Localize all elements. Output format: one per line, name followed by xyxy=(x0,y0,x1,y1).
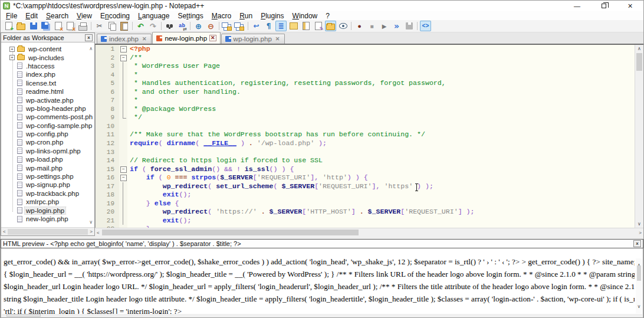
tab-close-icon[interactable]: ✕ xyxy=(209,35,216,41)
fold-marker[interactable] xyxy=(119,79,127,88)
menu-edit[interactable]: Edit xyxy=(21,12,42,20)
code-line[interactable]: 18 exit(); xyxy=(96,191,635,199)
tree-item-wp-config.php[interactable]: wp-config.php xyxy=(1,130,94,138)
document-switcher-icon[interactable] xyxy=(313,21,324,31)
tree-item-wp-content[interactable]: +wp-content xyxy=(1,45,94,53)
fold-marker[interactable] xyxy=(119,88,127,97)
code-line[interactable]: 13 xyxy=(96,148,635,157)
code-line[interactable]: 10 xyxy=(96,122,635,131)
fold-marker[interactable] xyxy=(119,113,127,122)
fold-marker[interactable] xyxy=(119,199,127,208)
print-icon[interactable] xyxy=(77,21,88,31)
minimize-button[interactable]: — xyxy=(564,1,590,11)
menu-encoding[interactable]: Encoding xyxy=(96,12,134,20)
close-button[interactable]: × xyxy=(617,1,643,11)
menu-search[interactable]: Search xyxy=(42,12,73,20)
code-line[interactable]: 19 } else { xyxy=(96,199,635,208)
code-line[interactable]: 6 * and other user handling. xyxy=(96,88,635,97)
fold-marker[interactable] xyxy=(119,105,127,114)
fold-marker[interactable] xyxy=(119,165,127,174)
tree-item-wp-load.php[interactable]: wp-load.php xyxy=(1,155,94,163)
menu-language[interactable]: Language xyxy=(134,12,173,20)
scroll-left-icon[interactable]: < xyxy=(97,230,100,235)
menu-settings[interactable]: Settings xyxy=(173,12,207,20)
menu-macro[interactable]: Macro xyxy=(208,12,235,20)
undo-icon[interactable] xyxy=(135,21,146,31)
panel-close-icon[interactable]: x xyxy=(85,34,93,41)
code-line[interactable]: 11/** Make sure that the WordPress boots… xyxy=(96,130,635,139)
scrollbar-thumb[interactable] xyxy=(636,53,642,71)
monitoring-icon[interactable] xyxy=(337,21,349,31)
tree-item-wp-blog-header.php[interactable]: wp-blog-header.php xyxy=(1,104,94,113)
code-line[interactable]: 16 if ( 0 === strpos($_SERVER['REQUEST_U… xyxy=(96,173,635,182)
tree-item-wp-comments-post.ph[interactable]: wp-comments-post.ph xyxy=(1,113,94,121)
fold-marker[interactable] xyxy=(119,45,127,54)
tree-item-wp-signup.php[interactable]: wp-signup.php xyxy=(1,181,94,189)
tab-new-login.php[interactable]: new-login.php✕ xyxy=(152,32,220,44)
close-all-icon[interactable] xyxy=(65,21,76,31)
tree-item-wp-settings.php[interactable]: wp-settings.php xyxy=(1,172,94,181)
tree-item-wp-includes[interactable]: +wp-includes xyxy=(1,53,94,61)
tree-item-license.txt[interactable]: license.txt xyxy=(1,79,94,87)
panel-close-icon[interactable]: x xyxy=(633,240,641,247)
fold-marker[interactable] xyxy=(119,182,127,191)
menu-help[interactable]: ? xyxy=(321,12,334,20)
tree-item-index.php[interactable]: index.php xyxy=(1,70,94,78)
tab-index.php[interactable]: index.php✕ xyxy=(97,34,152,44)
scroll-up-icon[interactable]: ∧ xyxy=(635,46,643,51)
expand-icon[interactable]: + xyxy=(9,47,15,52)
scrollbar-thumb[interactable] xyxy=(637,265,641,281)
paste-icon[interactable] xyxy=(119,21,130,31)
tree-item-wp-login.php[interactable]: wp-login.php xyxy=(1,206,94,214)
code-line[interactable]: 17 wp_redirect( set_url_scheme( $_SERVER… xyxy=(96,182,635,191)
tree-item-wp-cron.php[interactable]: wp-cron.php xyxy=(1,138,94,146)
scrollbar-thumb[interactable] xyxy=(8,229,88,235)
code-line[interactable]: 15if ( force_ssl_admin() && ! is_ssl() )… xyxy=(96,165,635,174)
zoom-in-icon[interactable] xyxy=(193,21,204,31)
code-line[interactable]: 4 * xyxy=(96,71,635,80)
word-wrap-icon[interactable] xyxy=(251,21,262,31)
tree-item-xmlrpc.php[interactable]: xmlrpc.php xyxy=(1,198,94,206)
tree-item-wp-mail.php[interactable]: wp-mail.php xyxy=(1,163,94,172)
menu-view[interactable]: View xyxy=(73,12,96,20)
folder-as-workspace-icon[interactable] xyxy=(325,21,336,31)
code-line[interactable]: 14// Redirect to https login if forced t… xyxy=(96,156,635,165)
fold-marker[interactable] xyxy=(119,173,127,182)
code-line[interactable]: 7 * xyxy=(96,96,635,105)
fold-marker[interactable] xyxy=(119,217,127,225)
menu-plugins[interactable]: Plugins xyxy=(257,12,288,20)
tab-wp-login.php[interactable]: wp-login.php✕ xyxy=(221,34,285,44)
expand-icon[interactable]: + xyxy=(9,55,15,60)
fold-marker[interactable] xyxy=(119,208,127,217)
find-icon[interactable] xyxy=(164,21,175,31)
indent-guide-icon[interactable] xyxy=(275,21,287,31)
code-line[interactable]: 21 exit(); xyxy=(96,217,635,225)
menu-run[interactable]: Run xyxy=(235,12,257,20)
close-file-icon[interactable] xyxy=(52,21,64,31)
replace-icon[interactable] xyxy=(176,21,188,31)
scroll-right-icon[interactable]: > xyxy=(90,229,93,234)
tree-item-wp-trackback.php[interactable]: wp-trackback.php xyxy=(1,189,94,198)
code-editor[interactable]: 1<?php2/**3 * WordPress User Page4 *5 * … xyxy=(96,45,635,228)
preview-horizontal-scrollbar[interactable] xyxy=(2,314,642,317)
sync-vertical-scroll-icon[interactable] xyxy=(222,21,233,31)
scroll-down-icon[interactable]: ∨ xyxy=(635,221,643,227)
tree-item-new-login.php[interactable]: new-login.php xyxy=(1,215,94,223)
restore-button[interactable] xyxy=(590,1,617,11)
editor-horizontal-scrollbar[interactable]: < > xyxy=(95,228,643,236)
code-line[interactable]: 1<?php xyxy=(96,45,635,54)
code-line[interactable]: 3 * WordPress User Page xyxy=(96,62,635,71)
tab-close-icon[interactable]: ✕ xyxy=(274,36,281,42)
menu-file[interactable]: File xyxy=(2,12,21,20)
tab-close-icon[interactable]: ✕ xyxy=(141,36,148,42)
menu-window[interactable]: Window xyxy=(288,12,322,20)
code-line[interactable]: 8 * @package WordPress xyxy=(96,105,635,114)
show-all-characters-icon[interactable] xyxy=(263,21,274,31)
save-icon[interactable] xyxy=(28,21,39,31)
code-line[interactable]: 9 */ xyxy=(96,113,635,122)
fold-marker[interactable] xyxy=(119,71,127,80)
code-line[interactable]: 20 wp_redirect( 'https://' . $_SERVER['H… xyxy=(96,208,635,217)
tree-item-.htaccess[interactable]: .htaccess xyxy=(1,62,94,70)
tree-item-readme.html[interactable]: readme.html xyxy=(1,87,94,96)
code-line[interactable]: 5 * Handles authentication, registering,… xyxy=(96,79,635,88)
